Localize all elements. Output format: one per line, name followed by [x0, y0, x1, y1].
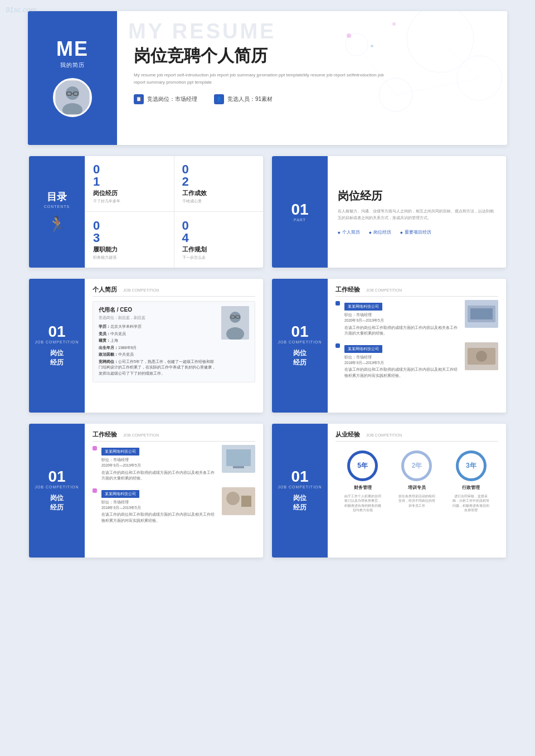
run-icon: 🏃 — [47, 215, 67, 234]
work-detail-1: 职位：市场经理 2020年9月—2019年5月 在该工作的岗位和工作取得的成绩方… — [344, 312, 460, 337]
contents-cell-sub-1: 干了好几年多年 — [93, 198, 166, 204]
field-political: 政治面貌：中共党员 — [99, 352, 217, 358]
part-link-resume: 个人简历 — [338, 229, 360, 235]
cover-info-person: 👤 竞选人员：91素材 — [214, 94, 273, 104]
work-detail-2: 职位：市场经理 2018年9月—2019年5月 在该工作的岗位和工作取得的成绩方… — [344, 355, 460, 379]
part-num-01: 01 — [291, 202, 308, 217]
circle-label-2: 培训专员 — [408, 484, 426, 491]
card-info-list: 学历：北京大学本科学历 党员：中共党员 籍贯：上海 出生年月：1988年9月 政… — [99, 324, 217, 376]
contents-cell-title-4: 工作规划 — [182, 245, 256, 254]
work-info-1: 某某网络科技公司 职位：市场经理 2020年9月—2019年5月 在该工作的岗位… — [344, 300, 460, 337]
card-info: 代用名 / CEO 竞选岗位：副总监，副总监 学历：北京大学本科学历 党员：中共… — [99, 306, 217, 377]
contents-cell-4: 04 工作规划 下一步怎么走 — [174, 212, 264, 268]
career-part-label: JOB COMPETITION — [278, 485, 322, 489]
contents-num-3: 03 — [93, 220, 166, 244]
cover-main-title: 岗位竞聘个人简历 — [134, 45, 490, 67]
cover-bg-text: MY RESUME — [128, 20, 276, 43]
part-links-01: 个人简历 岗位经历 重要项目经历 — [338, 229, 496, 235]
career-circle-2: 2年 培训专员 担任各类培训活动的组织安排，经历不同岗位的培训专员工作 — [397, 450, 436, 513]
personal-part-name: 岗位经历 — [50, 348, 64, 367]
company-bar2-1: 某某网络科技公司 — [101, 448, 139, 455]
contents-grid: 01 岗位经历 干了好几年多年 02 工作成效 干啥成心里 03 履职能力 职务… — [85, 156, 263, 268]
slide-cover: ME 我的简历 MY RESUME 岗位竞聘个人简历 — [28, 11, 507, 145]
slide-career-exp: 01 JOB COMPETITION 岗位经历 从业经验 JOB COMPETI… — [272, 424, 506, 558]
bullet2-2 — [93, 488, 97, 493]
cover-info-row: 📋 竞选岗位：市场经理 👤 竞选人员：91素材 — [134, 94, 490, 104]
field-native: 籍贯：上海 — [99, 338, 217, 344]
svg-rect-26 — [226, 449, 251, 466]
work-entry-1: 某某网络科技公司 职位：市场经理 2020年9月—2019年5月 在该工作的岗位… — [335, 300, 498, 337]
work-sec-title-1: 工作经验 JOB COMPETITION — [335, 285, 498, 297]
me-title: ME — [56, 39, 89, 59]
work2-detail-1: 职位：市场经理 2020年9月—2019年5月 在该工作的岗位和工作取得的成绩方… — [101, 457, 217, 482]
personal-num: 01 — [48, 324, 65, 340]
career-num: 01 — [291, 469, 308, 484]
briefcase-icon: 📋 — [134, 94, 144, 104]
work-part-label-2: JOB COMPETITION — [35, 485, 79, 489]
contents-cell-1: 01 岗位经历 干了好几年多年 — [85, 156, 174, 212]
work-left-2: 01 JOB COMPETITION 岗位经历 — [29, 424, 85, 558]
circle-ring-1: 5年 — [347, 450, 378, 481]
svg-point-29 — [226, 492, 240, 505]
work2-info-2: 某某网络科技公司 职位：市场经理 2018年9月—2019年5月 在该工作的岗位… — [101, 487, 217, 524]
part-left-01: 01 PART — [272, 156, 328, 268]
circle-label-3: 行政管理 — [462, 484, 480, 491]
work-num-1: 01 — [291, 324, 308, 340]
cover-left-panel: ME 我的简历 — [28, 11, 117, 145]
work-sec-title-2: 工作经验 JOB COMPETITION — [93, 430, 255, 442]
slide-part-intro: 01 PART 岗位经历 在人格魅力、沟通、业绩等方面与人之间的，相互之间共同的… — [272, 156, 506, 268]
contents-cell-sub-2: 干啥成心里 — [182, 198, 256, 204]
bullet2-1 — [93, 446, 97, 450]
cover-right-panel: MY RESUME 岗位竞聘个人简历 My resume job report … — [117, 11, 507, 145]
work-image-2 — [465, 342, 498, 370]
career-right: 从业经验 JOB COMPETITION 5年 财务管理 由于工作个人积累的合同… — [328, 424, 506, 558]
contents-cell-sub-3: 职务能力超强 — [93, 255, 166, 260]
work-entry-2: 某某网络科技公司 职位：市场经理 2018年9月—2019年5月 在该工作的岗位… — [335, 342, 498, 379]
cover-desc: My resume job report self-introduction j… — [134, 72, 390, 86]
slide-personal-resume: 01 JOB COMPETITION 岗位经历 个人简历 JOB COMPETI… — [29, 279, 263, 413]
contents-cell-2: 02 工作成效 干啥成心里 — [174, 156, 264, 212]
svg-point-8 — [66, 86, 79, 100]
career-left: 01 JOB COMPETITION 岗位经历 — [272, 424, 328, 558]
contents-num-1: 01 — [93, 163, 166, 188]
part-link-project: 重要项目经历 — [400, 229, 431, 235]
svg-rect-21 — [470, 308, 493, 319]
bullet-1 — [335, 301, 340, 306]
circle-desc-2: 担任各类培训活动的组织安排，经历不同岗位的培训专员工作 — [397, 494, 436, 508]
part-desc-01: 在人格魅力、沟通、业绩等方面与人之间的，相互之间共同的目标、观点和方法，以达到相… — [338, 208, 496, 221]
part-main-title-01: 岗位经历 — [338, 188, 496, 203]
personal-right: 个人简历 JOB COMPETITION 代用名 / CEO 竞选岗位：副总监，… — [85, 279, 263, 413]
career-circles: 5年 财务管理 由于工作个人积累的合同签订以及办理各类事宜，积极推进自身的财务的… — [335, 450, 498, 513]
person-icon: 👤 — [214, 94, 224, 104]
circle-label-1: 财务管理 — [354, 484, 372, 491]
company-bar-2: 某某网络科技公司 — [344, 345, 382, 353]
work2-info-1: 某某网络科技公司 职位：市场经理 2020年9月—2019年5月 在该工作的岗位… — [101, 445, 217, 482]
work-right-1: 工作经验 JOB COMPETITION 某某网络科技公司 职位：市场经理 20… — [328, 279, 506, 413]
work-info-2: 某某网络科技公司 职位：市场经理 2018年9月—2019年5月 在该工作的岗位… — [344, 342, 460, 379]
field-education: 学历：北京大学本科学历 — [99, 324, 217, 330]
work-num-2: 01 — [48, 469, 65, 484]
contents-label: CONTENTS — [44, 205, 70, 209]
part-label-01: PART — [294, 218, 306, 222]
contents-num-4: 04 — [182, 220, 256, 244]
career-circle-3: 3年 行政管理 进行合同审核，监督采购，分析工作中的流程等问题，积极推进各项目的… — [451, 450, 490, 513]
field-party: 党员：中共党员 — [99, 331, 217, 337]
svg-rect-30 — [241, 496, 251, 507]
card-name: 代用名 / CEO — [99, 306, 217, 314]
circle-ring-2: 2年 — [401, 450, 432, 481]
bullet-2 — [335, 343, 340, 348]
contents-cell-title-2: 工作成效 — [182, 189, 256, 197]
slide-work-exp-1: 01 JOB COMPETITION 岗位经历 工作经验 JOB COMPETI… — [272, 279, 506, 413]
company-bar2-2: 某某网络科技公司 — [101, 490, 139, 498]
personal-part-label: JOB COMPETITION — [35, 340, 79, 344]
work-image-1 — [465, 300, 498, 328]
personal-card: 代用名 / CEO 竞选岗位：副总监，副总监 学历：北京大学本科学历 党员：中共… — [93, 301, 255, 382]
work-part-label-1: JOB COMPETITION — [278, 340, 322, 344]
work-part-name-2: 岗位经历 — [50, 493, 64, 512]
contents-title: 目录 — [47, 190, 67, 203]
contents-cell-title-1: 岗位经历 — [93, 189, 166, 197]
contents-cell-title-3: 履职能力 — [93, 245, 166, 254]
card-avatar — [221, 306, 249, 340]
part-link-exp: 岗位经历 — [369, 229, 391, 235]
career-part-name: 岗位经历 — [293, 493, 307, 512]
